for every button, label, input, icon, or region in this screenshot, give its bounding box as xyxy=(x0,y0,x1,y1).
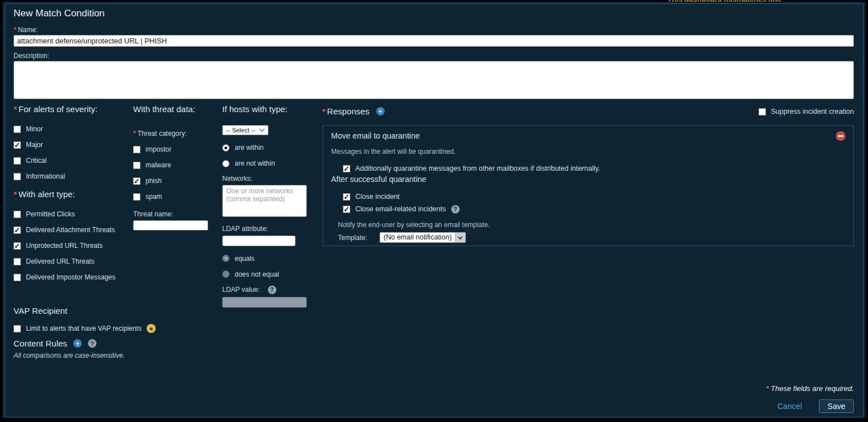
name-label: *Name: xyxy=(14,26,38,34)
required-asterisk: * xyxy=(14,189,17,199)
threat-category-row-malware: malware xyxy=(133,161,218,170)
malware-checkbox[interactable] xyxy=(133,162,140,169)
hosts-heading: If hosts with type: xyxy=(222,104,312,114)
delivered-attachment-checkbox[interactable] xyxy=(14,226,21,234)
severity-row-critical: Critical xyxy=(14,156,129,165)
ldap-does-not-equal-radio[interactable] xyxy=(222,270,230,278)
required-asterisk: * xyxy=(322,106,325,116)
close-email-row: Close email-related incidents ? xyxy=(343,205,853,214)
name-input[interactable] xyxy=(14,35,854,47)
alert-type-row-unprotected-url: Unprotected URL Threats xyxy=(14,241,129,250)
critical-checkbox[interactable] xyxy=(14,157,21,165)
impostor-checkbox[interactable] xyxy=(133,146,140,153)
ldap-value-label-row: LDAP value: ? xyxy=(222,286,312,294)
severity-row-minor: Minor xyxy=(14,125,129,134)
networks-label: Networks: xyxy=(222,175,312,183)
page-title: New Match Condition xyxy=(14,8,105,19)
unprotected-url-checkbox[interactable] xyxy=(14,242,21,250)
chevron-down-icon xyxy=(455,233,465,242)
close-incident-checkbox[interactable] xyxy=(343,193,350,201)
template-select[interactable]: (No email notification) xyxy=(380,232,466,243)
host-type-select[interactable]: -- Select -- xyxy=(222,125,268,135)
vap-limit-checkbox[interactable] xyxy=(14,325,21,332)
required-asterisk: * xyxy=(133,130,136,137)
severity-row-major: Major xyxy=(14,140,129,149)
are-within-row: are within xyxy=(222,143,312,152)
help-icon[interactable]: ? xyxy=(88,339,96,348)
phish-checkbox[interactable] xyxy=(133,177,140,185)
required-asterisk: * xyxy=(766,384,769,393)
required-asterisk: * xyxy=(14,104,17,114)
description-label: Description: xyxy=(14,52,49,60)
ldap-does-not-equal-row: does not equal xyxy=(222,270,312,279)
delivered-url-checkbox[interactable] xyxy=(14,258,21,265)
threat-data-heading: With threat data: xyxy=(133,104,218,114)
alert-type-row-delivered-attachment: Delivered Attachment Threats xyxy=(14,225,129,234)
responses-heading-row: *Responses + xyxy=(322,106,385,116)
quarantine-title: Move email to quarantine xyxy=(331,131,845,140)
template-row: Template: (No email notification) xyxy=(338,232,853,243)
ldap-attribute-label: LDAP attribute: xyxy=(222,225,312,233)
chevron-down-icon xyxy=(259,127,265,132)
are-not-within-row: are not within xyxy=(222,159,312,168)
ldap-attribute-input[interactable] xyxy=(222,236,296,246)
add-response-icon[interactable]: + xyxy=(376,107,385,116)
close-email-checkbox[interactable] xyxy=(343,206,350,213)
quarantine-response-card: Move email to quarantine Messages in the… xyxy=(323,125,854,246)
notify-text: Notify the end-user by selecting an emai… xyxy=(338,221,853,229)
delivered-impostor-checkbox[interactable] xyxy=(14,274,21,281)
threat-category-row-impostor: impostor xyxy=(133,145,218,154)
threat-category-row-phish: phish xyxy=(133,176,218,185)
ldap-equals-row: equals xyxy=(222,254,312,263)
vap-heading: VAP Recipient xyxy=(14,306,156,316)
networks-textarea[interactable] xyxy=(222,185,307,217)
help-icon[interactable]: ? xyxy=(451,205,460,214)
cancel-button[interactable]: Cancel xyxy=(777,402,802,411)
save-button[interactable]: Save xyxy=(819,399,854,413)
alert-type-row-delivered-impostor: Delivered Impostor Messages xyxy=(14,273,129,282)
close-incident-row: Close incident xyxy=(343,192,853,201)
vap-badge-icon: ★ xyxy=(147,324,156,333)
suppress-incident-checkbox[interactable] xyxy=(759,108,766,116)
suppress-incident-row: Suppress incident creation xyxy=(759,107,854,116)
footer-actions: Cancel Save xyxy=(777,399,854,413)
content-rules-heading-row: Content Rules + ? xyxy=(14,339,125,348)
hosts-column: If hosts with type: -- Select -- are wit… xyxy=(222,104,312,308)
content-rules-note: All comparisons are case-insensitive. xyxy=(14,352,125,359)
threat-name-label: Threat name: xyxy=(133,210,218,218)
add-content-rule-icon[interactable]: + xyxy=(73,339,82,348)
alert-type-heading: *With alert type: xyxy=(14,189,129,199)
additional-quarantine-row: Additionally quarantine messages from ot… xyxy=(343,164,853,173)
are-not-within-radio[interactable] xyxy=(222,160,230,167)
after-quarantine-heading: After successful quarantine xyxy=(331,175,845,184)
severity-row-informational: Informational xyxy=(14,172,129,181)
severity-heading: *For alerts of severity: xyxy=(14,104,129,114)
severity-column: *For alerts of severity: Minor Major Cri… xyxy=(14,104,129,288)
required-asterisk: * xyxy=(14,26,16,34)
minor-checkbox[interactable] xyxy=(14,126,21,133)
threat-category-label: *Threat category: xyxy=(133,130,218,137)
remove-response-icon[interactable] xyxy=(836,131,845,141)
vap-section: VAP Recipient Limit to alerts that have … xyxy=(14,306,156,340)
threat-name-input[interactable] xyxy=(133,220,208,230)
alert-type-row-delivered-url: Delivered URL Threats xyxy=(14,257,129,266)
ldap-equals-radio[interactable] xyxy=(222,255,230,262)
spam-checkbox[interactable] xyxy=(133,193,140,201)
major-checkbox[interactable] xyxy=(14,141,21,149)
ldap-value-input xyxy=(222,297,307,308)
quarantine-description: Messages in the alert will be quarantine… xyxy=(331,148,845,156)
description-textarea[interactable] xyxy=(14,61,854,99)
vap-limit-row: Limit to alerts that have VAP recipients… xyxy=(14,324,156,333)
additional-quarantine-checkbox[interactable] xyxy=(343,165,350,172)
permitted-clicks-checkbox[interactable] xyxy=(14,211,21,218)
informational-checkbox[interactable] xyxy=(14,173,21,180)
help-icon[interactable]: ? xyxy=(268,286,276,294)
threat-category-row-spam: spam xyxy=(133,192,218,201)
content-rules-section: Content Rules + ? All comparisons are ca… xyxy=(14,339,125,359)
template-label: Template: xyxy=(338,234,367,242)
alert-type-row-permitted-clicks: Permitted Clicks xyxy=(14,210,129,219)
required-fields-note: *These fields are required. xyxy=(766,384,854,393)
threat-data-column: With threat data: *Threat category: impo… xyxy=(133,104,218,230)
are-within-radio[interactable] xyxy=(222,144,230,152)
screenshot-stage: This dashboard mismatches link New Match… xyxy=(0,0,868,422)
